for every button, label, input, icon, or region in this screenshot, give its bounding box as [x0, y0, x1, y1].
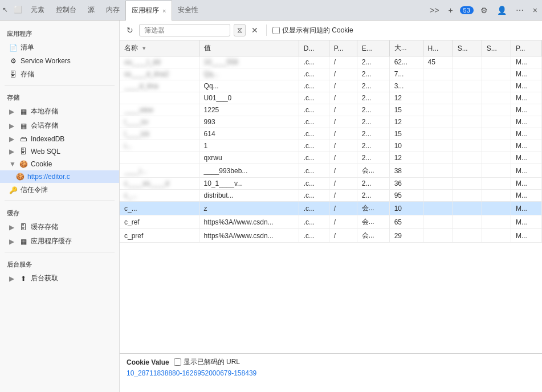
table-cell: M... [511, 215, 541, 229]
expand-cache-storage-icon: ▶ [9, 223, 15, 231]
decode-url-text: 显示已解码的 URL [184, 357, 240, 367]
table-cell: M... [511, 128, 541, 140]
table-cell: 1 [199, 140, 299, 152]
cursor-icon[interactable]: ↖ [2, 6, 11, 15]
table-cell: i... [120, 140, 199, 152]
storage-icon: 🗄 [9, 71, 17, 79]
table-cell: 会... [357, 164, 389, 178]
sidebar-item-service-workers[interactable]: ⚙ Service Workers [0, 55, 119, 67]
table-cell [482, 68, 511, 80]
col-secure[interactable]: S... [453, 40, 482, 56]
notification-badge[interactable]: 53 [460, 6, 474, 14]
col-expires[interactable]: E... [357, 40, 389, 56]
table-row[interactable]: i...1.c.../2...10M... [120, 140, 542, 152]
toolbar: ↻ ⧖ ✕ 仅显示有问题的 Cookie [120, 21, 542, 40]
add-tab-button[interactable]: + [446, 5, 455, 16]
show-issues-checkbox-label[interactable]: 仅显示有问题的 Cookie [272, 26, 353, 35]
table-cell [482, 80, 511, 92]
table-row[interactable]: l____ick614.c.../2...15M... [120, 128, 542, 140]
table-cell [482, 215, 511, 229]
table-row[interactable]: l____ov993.c.../2...12M... [120, 116, 542, 128]
table-cell: 2... [357, 190, 389, 202]
table-cell: 3... [389, 80, 423, 92]
tab-application[interactable]: 应用程序 × [125, 1, 172, 21]
col-priority[interactable]: P... [511, 40, 541, 56]
overflow-menu-icon[interactable]: ⋯ [514, 5, 526, 16]
table-cell [423, 202, 453, 215]
table-cell: 614 [199, 128, 299, 140]
table-cell [423, 92, 453, 104]
sidebar-item-indexed-db-label: IndexedDB [31, 135, 64, 143]
table-row[interactable]: c____es____d10_1____v....c.../2...36M... [120, 178, 542, 190]
clear-filter-button[interactable]: ✕ [249, 24, 260, 36]
col-value[interactable]: 值 [199, 40, 299, 56]
tab-memory[interactable]: 内存 [100, 0, 125, 20]
sidebar-item-local-storage-label: 本地存储 [31, 107, 58, 116]
table-row[interactable]: c_refhttps%3A//www.csdn....c.../会...65M.… [120, 215, 542, 229]
table-row[interactable]: c_...z.c.../会...10M... [120, 202, 542, 215]
sidebar-item-app-cache[interactable]: ▶ ▦ 应用程序缓存 [0, 234, 119, 248]
table-cell: .c... [299, 190, 329, 202]
table-cell: 2... [357, 68, 389, 80]
show-issues-label: 仅显示有问题的 Cookie [282, 26, 353, 35]
sidebar-item-cookie[interactable]: ▼ 🍪 Cookie [0, 158, 119, 170]
table-row[interactable]: uu____t_dd10____558.c.../2...62...45M... [120, 56, 542, 68]
sidebar-item-local-storage[interactable]: ▶ ▦ 本地存储 [0, 104, 119, 119]
table-cell: 95 [389, 190, 423, 202]
table-row[interactable]: ____d_itnaQq....c.../2...3...M... [120, 80, 542, 92]
sidebar-item-session-storage[interactable]: ▶ ▦ 会话存储 [0, 119, 119, 133]
col-path[interactable]: P... [329, 40, 357, 56]
close-window-icon[interactable]: × [531, 5, 540, 16]
table-cell [453, 68, 482, 80]
table-cell: U01___0 [199, 92, 299, 104]
sidebar-item-cache-storage[interactable]: ▶ 🗄 缓存存储 [0, 220, 119, 234]
col-name[interactable]: 名称 ▼ [120, 40, 199, 56]
table-cell: / [329, 80, 357, 92]
sidebar-item-trust-token[interactable]: 🔑 信任令牌 [0, 183, 119, 197]
sidebar-item-storage[interactable]: 🗄 存储 [0, 67, 119, 81]
table-row[interactable]: ____i...____993beb....c.../会...38M... [120, 164, 542, 178]
tab-security[interactable]: 安全性 [172, 0, 204, 20]
tab-source[interactable]: 源 [82, 0, 100, 20]
col-domain[interactable]: D... [299, 40, 329, 56]
table-cell: 993 [199, 116, 299, 128]
decode-url-checkbox[interactable] [174, 358, 181, 366]
expand-session-storage-icon: ▶ [9, 122, 15, 130]
sidebar-item-manifest[interactable]: 📄 清单 [0, 40, 119, 55]
table-cell: 10____558 [199, 56, 299, 68]
sidebar-item-web-sql[interactable]: ▶ 🗄 Web SQL [0, 145, 119, 158]
table-cell: ____view [120, 104, 199, 116]
more-tabs-button[interactable]: >> [427, 5, 441, 16]
table-row[interactable]: U01___0.c.../2...12M... [120, 92, 542, 104]
table-row[interactable]: qxrwu.c.../2...12M... [120, 152, 542, 164]
expand-cookie-icon: ▼ [9, 160, 15, 168]
profile-icon[interactable]: 👤 [495, 5, 509, 16]
table-cell: .c... [299, 104, 329, 116]
show-issues-checkbox[interactable] [272, 27, 280, 34]
col-samesite[interactable]: S... [482, 40, 511, 56]
table-cell: / [329, 152, 357, 164]
col-httponly[interactable]: H... [423, 40, 453, 56]
sidebar-item-bg-fetch[interactable]: ▶ ⬆ 后台获取 [0, 271, 119, 285]
table-row[interactable]: ss____d_itna2Qq....c.../2...7...M... [120, 68, 542, 80]
cookie-table: 名称 ▼ 值 D... P... E... 大... H... S... S..… [120, 40, 542, 243]
filter-input[interactable] [139, 24, 230, 36]
settings-icon[interactable]: ⚙ [478, 5, 490, 16]
decode-url-label[interactable]: 显示已解码的 URL [174, 357, 240, 367]
tab-elements[interactable]: 元素 [25, 0, 50, 20]
box-icon[interactable]: ⬜ [14, 6, 23, 15]
sidebar-item-cookie-url[interactable]: 🍪 https://editor.c [0, 170, 119, 183]
table-row[interactable]: ____view1225.c.../2...15M... [120, 104, 542, 116]
filter-options-button[interactable]: ⧖ [234, 24, 246, 36]
table-cell: 2... [357, 152, 389, 164]
table-row[interactable]: c_prefhttps%3A//www.csdn....c.../会...29M… [120, 229, 542, 243]
table-cell: ____d_itna [120, 80, 199, 92]
tab-console[interactable]: 控制台 [50, 0, 82, 20]
table-cell: https%3A//www.csdn... [199, 229, 299, 243]
sidebar-item-indexed-db[interactable]: ▶ 🗃 IndexedDB [0, 133, 119, 145]
table-row[interactable]: c_...distribut....c.../2...95M... [120, 190, 542, 202]
col-size[interactable]: 大... [389, 40, 423, 56]
tab-bar: ↖ ⬜ 元素 控制台 源 内存 应用程序 × 安全性 >> + 53 ⚙ 👤 ⋯… [0, 0, 542, 21]
tab-close-icon[interactable]: × [162, 7, 166, 14]
refresh-button[interactable]: ↻ [124, 24, 136, 36]
